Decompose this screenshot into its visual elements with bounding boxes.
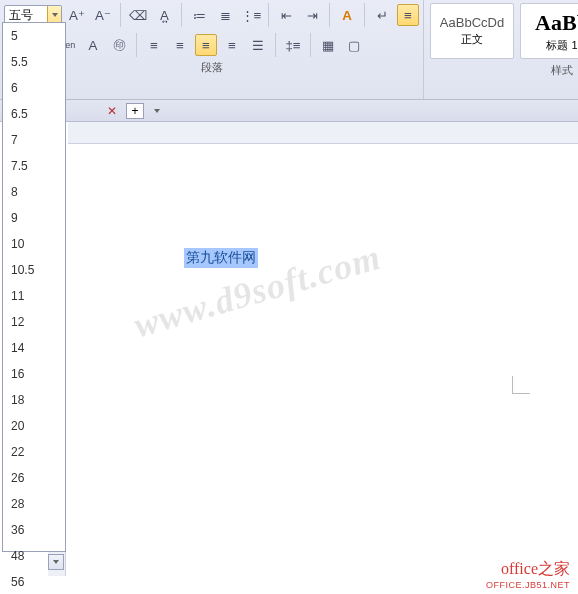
text-effects-button[interactable]: A bbox=[336, 4, 358, 26]
font-size-dropdown-list[interactable]: 55.566.577.5891010.511121416182022262836… bbox=[2, 22, 66, 552]
font-size-option[interactable]: 10.5 bbox=[3, 257, 65, 283]
style-label: 标题 1 bbox=[546, 38, 577, 53]
clear-format-button[interactable]: ⌫ bbox=[127, 4, 149, 26]
enclose-char-button[interactable]: ㊞ bbox=[108, 34, 130, 56]
align-left-button[interactable]: ≡ bbox=[143, 34, 165, 56]
font-size-option[interactable]: 5.5 bbox=[3, 49, 65, 75]
font-size-option[interactable]: 9 bbox=[3, 205, 65, 231]
style-sample: AaBb bbox=[535, 10, 578, 36]
line-spacing-button[interactable]: ‡≡ bbox=[282, 34, 304, 56]
borders-button[interactable]: ▢ bbox=[343, 34, 365, 56]
font-size-option[interactable]: 11 bbox=[3, 283, 65, 309]
align-distributed-button[interactable]: ☰ bbox=[247, 34, 269, 56]
grow-font-button[interactable]: A⁺ bbox=[66, 4, 88, 26]
font-size-option[interactable]: 8 bbox=[3, 179, 65, 205]
close-tab-button[interactable]: ✕ bbox=[104, 103, 120, 119]
decrease-indent-button[interactable]: ⇤ bbox=[275, 4, 297, 26]
chevron-down-icon bbox=[154, 109, 160, 113]
margin-corner-mark bbox=[512, 376, 530, 394]
align-center-button[interactable]: ≡ bbox=[169, 34, 191, 56]
font-size-option[interactable]: 7.5 bbox=[3, 153, 65, 179]
font-size-option[interactable]: 22 bbox=[3, 439, 65, 465]
chevron-down-icon bbox=[52, 13, 58, 17]
font-size-option[interactable]: 7 bbox=[3, 127, 65, 153]
font-size-option[interactable]: 5 bbox=[3, 23, 65, 49]
tab-bar: ✕ + bbox=[0, 100, 578, 122]
style-item[interactable]: AaBb标题 1 bbox=[520, 3, 578, 59]
document-page[interactable] bbox=[68, 144, 578, 576]
font-button[interactable]: A bbox=[82, 34, 104, 56]
font-size-option[interactable]: 48 bbox=[3, 543, 65, 569]
footer-brand: office之家 OFFICE.JB51.NET bbox=[486, 559, 570, 590]
styles-group: AaBbCcDd正文AaBb标题 1Aa 样式 bbox=[423, 0, 578, 99]
align-justify-button[interactable]: ≡ bbox=[221, 34, 243, 56]
font-size-option[interactable]: 36 bbox=[3, 517, 65, 543]
pagination-button[interactable]: ≡ bbox=[397, 4, 419, 26]
font-size-option[interactable]: 14 bbox=[3, 335, 65, 361]
ribbon-groups: A⁺ A⁻ ⌫ A͍ ≔ ≣ ⋮≡ ⇤ ⇥ A ↵ ≡ X² X₂ bbox=[0, 0, 578, 99]
font-size-option[interactable]: 10 bbox=[3, 231, 65, 257]
character-scaling-button[interactable]: A͍ bbox=[153, 4, 175, 26]
styles-gallery[interactable]: AaBbCcDd正文AaBb标题 1Aa bbox=[424, 0, 578, 62]
font-size-option[interactable]: 12 bbox=[3, 309, 65, 335]
increase-indent-button[interactable]: ⇥ bbox=[301, 4, 323, 26]
font-size-option[interactable]: 18 bbox=[3, 387, 65, 413]
font-size-option[interactable]: 26 bbox=[3, 465, 65, 491]
shrink-font-button[interactable]: A⁻ bbox=[92, 4, 114, 26]
font-size-option[interactable]: 6.5 bbox=[3, 101, 65, 127]
bullets-button[interactable]: ≔ bbox=[188, 4, 210, 26]
multilevel-list-button[interactable]: ⋮≡ bbox=[240, 4, 262, 26]
shading-button[interactable]: ▦ bbox=[317, 34, 339, 56]
font-size-option[interactable]: 28 bbox=[3, 491, 65, 517]
align-right-button[interactable]: ≡ bbox=[195, 34, 217, 56]
numbering-button[interactable]: ≣ bbox=[214, 4, 236, 26]
styles-group-label: 样式 bbox=[424, 62, 578, 80]
tab-menu-button[interactable] bbox=[150, 103, 164, 119]
font-size-option[interactable]: 56 bbox=[3, 569, 65, 594]
new-tab-button[interactable]: + bbox=[126, 103, 144, 119]
style-label: 正文 bbox=[461, 32, 483, 47]
horizontal-ruler[interactable] bbox=[68, 122, 578, 144]
show-marks-button[interactable]: ↵ bbox=[371, 4, 393, 26]
selected-text[interactable]: 第九软件网 bbox=[184, 248, 258, 268]
ribbon: A⁺ A⁻ ⌫ A͍ ≔ ≣ ⋮≡ ⇤ ⇥ A ↵ ≡ X² X₂ bbox=[0, 0, 578, 100]
font-size-option[interactable]: 20 bbox=[3, 413, 65, 439]
footer-brand-sub: OFFICE.JB51.NET bbox=[486, 580, 570, 590]
style-sample: AaBbCcDd bbox=[440, 15, 504, 30]
style-item[interactable]: AaBbCcDd正文 bbox=[430, 3, 514, 59]
footer-brand-main: office之家 bbox=[486, 559, 570, 580]
font-size-option[interactable]: 16 bbox=[3, 361, 65, 387]
font-size-option[interactable]: 6 bbox=[3, 75, 65, 101]
